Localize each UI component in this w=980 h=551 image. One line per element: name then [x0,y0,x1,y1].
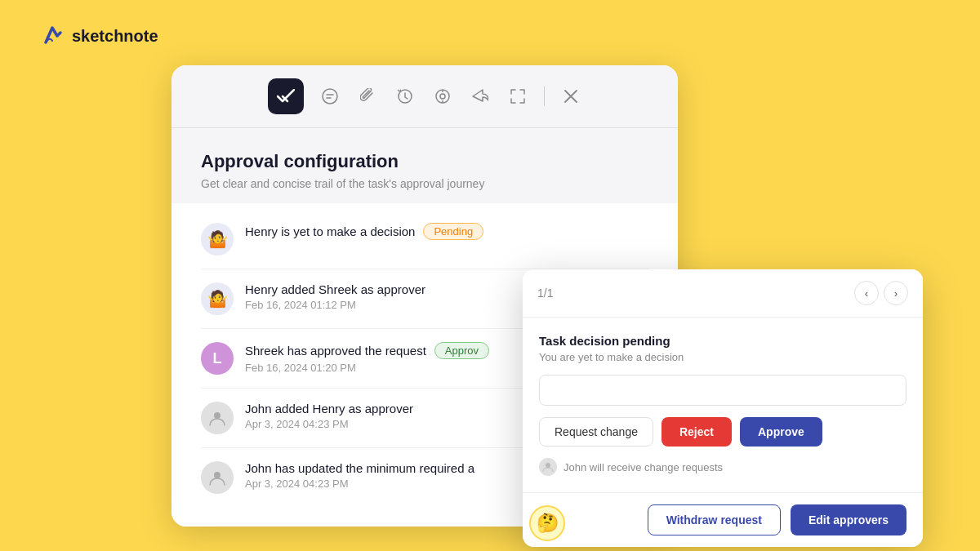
approve-button[interactable]: Approve [740,417,822,447]
logo: sketchnote [39,23,158,49]
item-title: Shreek has approved the request [245,344,426,358]
popup-bottom-bar: Withdraw request Edit approvers [523,492,923,547]
share-icon[interactable] [469,85,492,108]
svg-point-7 [214,472,220,478]
attachment-icon[interactable] [356,85,379,108]
reject-button[interactable]: Reject [662,417,732,447]
logo-text: sketchnote [72,27,158,46]
svg-point-8 [546,463,550,468]
item-title: Henry added Shreek as approver [245,282,425,296]
toolbar-divider [544,87,545,106]
withdraw-request-button[interactable]: Withdraw request [648,504,781,535]
target-icon[interactable] [431,85,454,108]
footer-note-text: John will receive change requests [564,461,723,473]
expand-icon[interactable] [506,85,529,108]
item-title: John has updated the minimum required a [245,461,474,475]
panel-title: Approval configuration [201,151,648,172]
panel-header: Approval configuration Get clear and con… [172,128,678,203]
popup-nav-bar: 1/1 ‹ › [523,269,923,317]
avatar [201,461,234,494]
popup-actions: Request change Reject Approve [539,417,906,447]
footer-note: John will receive change requests [539,458,906,476]
item-title: Henry is yet to make a decision [245,224,415,238]
close-icon[interactable] [559,85,582,108]
popup-panel: 1/1 ‹ › Task decision pending You are ye… [523,269,923,547]
avatar: 🤷 [201,282,234,315]
svg-point-6 [214,412,220,419]
panel-subtitle: Get clear and concise trail of the task'… [201,177,648,190]
prev-button[interactable]: ‹ [854,281,879,305]
list-item: 🤷 Henry is yet to make a decision Pendin… [201,210,648,269]
item-title: John added Henry as approver [245,402,413,415]
next-button[interactable]: › [884,281,908,305]
avatar: L [201,342,234,375]
page-indicator: 1/1 [537,287,553,300]
popup-emoji-avatar: 🤔 [529,505,565,541]
svg-point-3 [440,94,445,99]
popup-nav-buttons: ‹ › [854,281,908,305]
avatar [201,402,234,434]
avatar: 🤷 [201,223,234,256]
history-icon[interactable] [394,85,416,108]
popup-body: Task decision pending You are yet to mak… [523,317,923,492]
double-check-svg [277,89,295,104]
alert-title: Task decision pending [539,334,906,348]
status-badge: Pending [423,223,483,240]
logo-icon [39,23,65,49]
status-badge: Approv [434,342,489,359]
comment-icon[interactable] [318,85,341,108]
svg-point-0 [323,89,337,104]
panel-toolbar [172,65,678,128]
small-avatar [539,458,557,476]
request-change-button[interactable]: Request change [539,417,653,447]
alert-subtitle: You are yet to make a decision [539,351,906,363]
toolbar-check-icon[interactable] [268,78,304,114]
edit-approvers-button[interactable]: Edit approvers [791,504,906,535]
decision-input[interactable] [539,375,906,406]
